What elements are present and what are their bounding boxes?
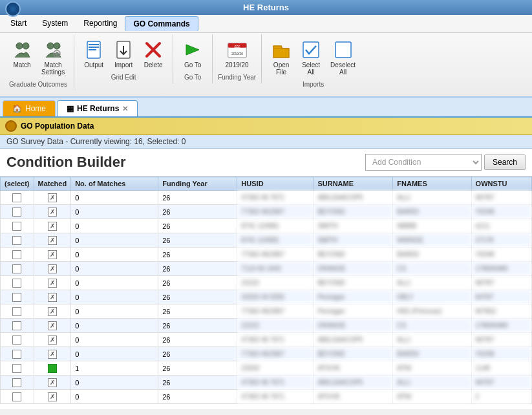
cell-husid: 77363 46/2867: [237, 248, 314, 262]
content-area: GO Population Data GO Survey Data - Curr…: [0, 118, 532, 409]
ribbon-buttons-imports: OpenFile SelectAll DeselectAll: [267, 37, 359, 78]
menu-item-system[interactable]: System: [34, 16, 76, 31]
cell-matched: ✗: [34, 205, 71, 219]
cell-select[interactable]: [1, 333, 34, 347]
row-checkbox[interactable]: [12, 307, 21, 316]
cell-select[interactable]: [1, 191, 34, 205]
cell-fnames: BIARDI: [393, 248, 471, 262]
cell-surname: BEYOND: [314, 276, 393, 290]
menu-item-go-commands[interactable]: GO Commands: [125, 16, 198, 31]
cell-no-of-matches: 0: [71, 304, 158, 319]
cell-surname: ORANOE: [314, 262, 393, 276]
cell-select[interactable]: [1, 304, 34, 319]
ribbon-group-label-imports: Imports: [303, 81, 324, 88]
cell-ownstu: 2: [471, 390, 531, 404]
row-checkbox[interactable]: [12, 350, 21, 359]
ribbon-btn-deselect-all[interactable]: DeselectAll: [326, 37, 359, 78]
ribbon-group-label-grid-edit: Grid Edit: [111, 74, 136, 81]
cell-select[interactable]: [1, 205, 34, 219]
table-header-row: (select) Matched No. of Matches Funding …: [1, 177, 532, 191]
tab-he-returns[interactable]: ▦ HE Returns ✕: [57, 100, 138, 116]
ribbon-btn-match[interactable]: Match: [8, 37, 36, 78]
ribbon-group-imports: OpenFile SelectAll DeselectAll: [262, 34, 365, 90]
ribbon-btn-match-settings[interactable]: MatchSettings: [37, 37, 69, 78]
cell-funding-year: 26: [158, 304, 237, 319]
cell-select[interactable]: [1, 376, 34, 390]
table-row: ✗02633333 44 5555PenniganHBLY84787: [1, 290, 532, 304]
cell-select[interactable]: [1, 276, 34, 290]
cell-select[interactable]: [1, 219, 34, 233]
ribbon-btn-output[interactable]: Output: [80, 37, 108, 71]
cell-surname: BEYOND: [314, 205, 393, 219]
table-row: ✗02677363 46/2867PenniganH6S (Primrose)W…: [1, 304, 532, 319]
go-population-bar: GO Population Data: [0, 118, 532, 135]
col-header-no-of-matches: No. of Matches: [71, 177, 158, 191]
cell-fnames: H6S (Primrose): [393, 304, 471, 319]
matched-indicator-x: ✗: [48, 350, 57, 359]
ribbon-btn-open-file[interactable]: OpenFile: [267, 37, 295, 78]
cell-matched: ✗: [34, 248, 71, 262]
cell-fnames: HBLY: [393, 290, 471, 304]
search-button[interactable]: Search: [484, 154, 526, 170]
row-checkbox[interactable]: [12, 293, 21, 302]
cell-ownstu: WI787: [471, 191, 531, 205]
row-checkbox[interactable]: [12, 236, 21, 245]
cell-husid: 77363 46/2867: [237, 304, 314, 319]
year-icon: £££ 2019/20: [227, 39, 248, 60]
cell-select[interactable]: [1, 347, 34, 361]
cell-fnames: CS: [393, 262, 471, 276]
svg-rect-9: [89, 47, 99, 48]
row-checkbox[interactable]: [12, 208, 21, 217]
ribbon-btn-delete[interactable]: Delete: [139, 37, 167, 71]
ribbon-group-label-year: Funding Year: [218, 74, 256, 81]
cell-select[interactable]: [1, 361, 34, 376]
cell-fnames: BIARDI: [393, 205, 471, 219]
row-checkbox[interactable]: [12, 193, 21, 202]
data-table-container: (select) Matched No. of Matches Funding …: [0, 176, 532, 409]
cell-fnames: CS: [393, 319, 471, 333]
row-checkbox[interactable]: [12, 364, 21, 373]
ribbon-btn-goto[interactable]: Go To: [178, 37, 207, 71]
ribbon-btn-select-all[interactable]: SelectAll: [297, 37, 325, 78]
cell-ownstu: WI787: [471, 276, 531, 290]
cell-select[interactable]: [1, 262, 34, 276]
matched-indicator-x: ✗: [48, 264, 57, 273]
cell-funding-year: 26: [158, 319, 237, 333]
row-checkbox[interactable]: [12, 392, 21, 401]
ribbon-btn-year[interactable]: £££ 2019/20 2019/20: [222, 37, 253, 71]
cell-ownstu: WI787: [471, 376, 531, 390]
open-file-icon: [271, 39, 292, 60]
table-row: ✗02647363 46 7671ABILGAACOP5ALLIWI787: [1, 376, 532, 390]
cell-select[interactable]: [1, 248, 34, 262]
menu-item-reporting[interactable]: Reporting: [76, 16, 125, 31]
cell-no-of-matches: 0: [71, 319, 158, 333]
menu-item-start[interactable]: Start: [3, 16, 34, 31]
row-checkbox[interactable]: [12, 264, 21, 273]
table-row: ✗0268741 124981SMITHWWNGE27178: [1, 233, 532, 248]
cell-select[interactable]: [1, 319, 34, 333]
delete-icon: [143, 39, 164, 60]
tab-home[interactable]: 🏠 Home: [3, 100, 56, 116]
row-checkbox[interactable]: [12, 222, 21, 231]
row-checkbox[interactable]: [12, 321, 21, 330]
row-checkbox[interactable]: [12, 279, 21, 288]
he-returns-tab-close[interactable]: ✕: [122, 105, 128, 113]
ribbon-btn-import[interactable]: Import: [109, 37, 138, 71]
go-population-label: GO Population Data: [21, 122, 94, 131]
cell-select[interactable]: [1, 233, 34, 248]
row-checkbox[interactable]: [12, 335, 21, 345]
ribbon-group-grid-edit: Output Import: [74, 34, 173, 83]
cell-no-of-matches: 0: [71, 248, 158, 262]
row-checkbox[interactable]: [12, 250, 21, 259]
matched-indicator-x: ✗: [48, 250, 57, 259]
row-checkbox[interactable]: [12, 378, 21, 387]
matched-indicator-x: ✗: [48, 293, 57, 302]
cell-select[interactable]: [1, 390, 34, 404]
cell-fnames: ATNI: [393, 390, 471, 404]
cell-surname: SMITH: [314, 219, 393, 233]
app-logo: [5, 1, 21, 17]
matched-indicator-x: ✗: [48, 279, 57, 288]
add-condition-select[interactable]: Add Condition: [365, 154, 482, 171]
cell-surname: ABILGAACOP5: [314, 376, 393, 390]
cell-select[interactable]: [1, 290, 34, 304]
